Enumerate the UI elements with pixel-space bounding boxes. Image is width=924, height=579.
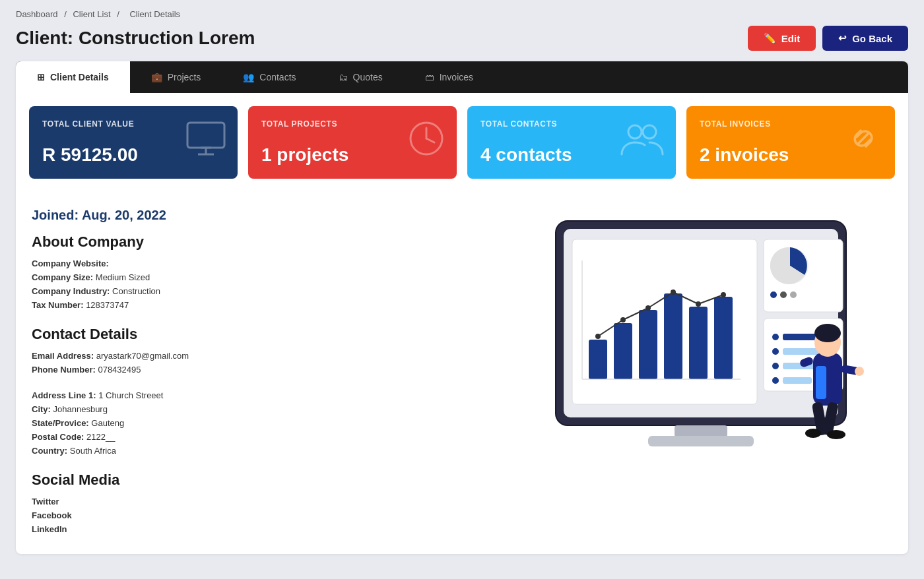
postal-label: Postal Code: — [32, 432, 84, 442]
stat-total-client-value: TOTAL CLIENT VALUE R 59125.00 — [29, 106, 238, 179]
state-row: State/Provice: Gauteng — [32, 418, 483, 428]
svg-point-46 — [814, 324, 841, 342]
svg-point-31 — [770, 291, 777, 298]
linkedin-label: LinkedIn — [32, 524, 67, 534]
svg-point-53 — [827, 430, 845, 439]
edit-icon: ✏️ — [764, 32, 776, 44]
inbox-icon: 🗃 — [425, 72, 434, 82]
postal-row: Postal Code: 2122__ — [32, 432, 483, 442]
left-content: Joined: Aug. 20, 2022 About Company Comp… — [32, 208, 483, 554]
company-industry-row: Company Industry: Construction — [32, 286, 483, 296]
tab-quotes[interactable]: 🗂 Quotes — [317, 61, 404, 93]
contacts-icon — [619, 120, 665, 165]
tax-number-row: Tax Number: 128373747 — [32, 300, 483, 310]
state-label: State/Provice: — [32, 418, 89, 428]
header-buttons: ✏️ Edit ↩ Go Back — [748, 26, 908, 51]
company-industry-value: Construction — [112, 286, 160, 296]
country-row: Country: South Africa — [32, 446, 483, 456]
company-industry-label: Company Industry: — [32, 286, 110, 296]
joined-date: Joined: Aug. 20, 2022 — [32, 208, 483, 223]
svg-point-39 — [772, 363, 779, 369]
twitter-row: Twitter — [32, 497, 483, 506]
illustration-area — [510, 208, 892, 554]
linkedin-row: LinkedIn — [32, 524, 483, 534]
edit-button[interactable]: ✏️ Edit — [748, 26, 816, 51]
stat-total-projects: TOTAL PROJECTS 1 projects — [248, 106, 457, 179]
svg-point-33 — [790, 291, 797, 298]
page-title: Client: Construction Lorem — [16, 28, 255, 49]
contact-details-title: Contact Details — [32, 326, 483, 343]
tab-projects[interactable]: 💼 Projects — [130, 61, 222, 93]
svg-point-32 — [780, 291, 787, 298]
company-size-label: Company Size: — [32, 272, 93, 282]
company-size-value: Medium Sized — [96, 272, 150, 282]
social-media-title: Social Media — [32, 472, 483, 489]
email-label: Email Address: — [32, 351, 94, 361]
svg-rect-17 — [639, 310, 657, 379]
breadcrumb-current: Client Details — [129, 9, 180, 19]
svg-rect-42 — [783, 377, 812, 384]
stats-row: TOTAL CLIENT VALUE R 59125.00 TOTAL PROJ… — [16, 93, 908, 192]
country-label: Country: — [32, 446, 67, 456]
tabs-bar: ⊞ Client Details 💼 Projects 👥 Contacts 🗂… — [16, 61, 908, 93]
page-header: Client: Construction Lorem ✏️ Edit ↩ Go … — [0, 23, 924, 61]
monitor-icon — [185, 120, 227, 165]
city-label: City: — [32, 404, 51, 414]
company-size-row: Company Size: Medium Sized — [32, 272, 483, 282]
briefcase-icon: 💼 — [151, 72, 162, 82]
company-website-row: Company Website: — [32, 259, 483, 268]
country-value: South Africa — [70, 446, 116, 456]
people-icon: 👥 — [243, 72, 254, 82]
city-value: Johannesburg — [53, 404, 108, 414]
postal-value: 2122__ — [86, 432, 115, 442]
svg-point-25 — [696, 301, 701, 307]
address1-row: Address Line 1: 1 Church Streeet — [32, 390, 483, 400]
tab-invoices[interactable]: 🗃 Invoices — [404, 61, 494, 93]
dashboard-illustration — [516, 208, 886, 498]
svg-rect-15 — [589, 340, 607, 379]
stat-total-invoices: TOTAL INVOICES 2 invoices — [686, 106, 895, 179]
tax-number-value: 128373747 — [86, 300, 129, 310]
svg-point-26 — [721, 292, 726, 297]
social-section: Social Media Twitter Facebook LinkedIn — [32, 472, 483, 554]
svg-rect-16 — [614, 323, 632, 379]
facebook-label: Facebook — [32, 510, 72, 520]
svg-rect-19 — [689, 307, 708, 379]
breadcrumb-client-list[interactable]: Client List — [73, 9, 110, 19]
stat-total-contacts: TOTAL CONTACTS 4 contacts — [467, 106, 676, 179]
svg-point-24 — [671, 290, 676, 295]
svg-point-52 — [805, 429, 821, 438]
breadcrumb-dashboard[interactable]: Dashboard — [16, 9, 58, 19]
svg-point-22 — [620, 317, 626, 322]
address1-label: Address Line 1: — [32, 390, 96, 400]
svg-rect-44 — [816, 366, 826, 399]
phone-label: Phone Number: — [32, 365, 96, 375]
svg-rect-13 — [648, 436, 754, 446]
grid-icon: ⊞ — [37, 72, 45, 82]
tab-client-details[interactable]: ⊞ Client Details — [16, 61, 130, 93]
phone-row: Phone Number: 078432495 — [32, 365, 483, 375]
svg-point-35 — [772, 334, 779, 340]
content-area: Joined: Aug. 20, 2022 About Company Comp… — [16, 192, 908, 554]
tab-contacts[interactable]: 👥 Contacts — [222, 61, 317, 93]
company-website-label: Company Website: — [32, 259, 109, 268]
svg-point-41 — [772, 377, 779, 384]
go-back-icon: ↩ — [838, 32, 847, 44]
tax-number-label: Tax Number: — [32, 300, 84, 310]
link-icon — [842, 117, 884, 168]
svg-point-21 — [595, 334, 601, 339]
svg-rect-0 — [187, 123, 224, 148]
email-value: aryastark70@gmail.com — [96, 351, 189, 361]
facebook-row: Facebook — [32, 510, 483, 520]
city-row: City: Johannesburg — [32, 404, 483, 414]
svg-point-23 — [645, 305, 651, 311]
svg-point-37 — [772, 348, 779, 355]
svg-rect-18 — [664, 293, 682, 379]
breadcrumb: Dashboard / Client List / Client Details — [0, 0, 924, 23]
svg-point-49 — [855, 367, 864, 376]
file-icon: 🗂 — [339, 72, 348, 82]
email-row: Email Address: aryastark70@gmail.com — [32, 351, 483, 361]
phone-value: 078432495 — [98, 365, 141, 375]
go-back-button[interactable]: ↩ Go Back — [822, 26, 908, 51]
svg-rect-12 — [675, 425, 727, 437]
